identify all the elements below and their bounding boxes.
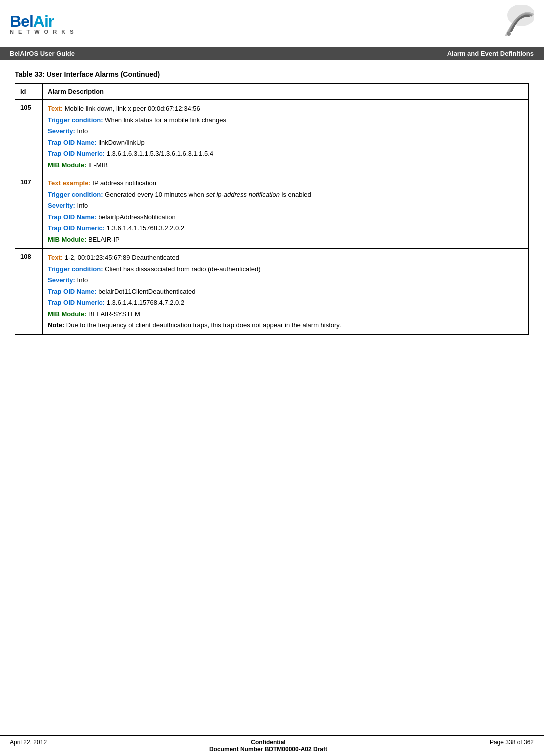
entry-label: Text: [48,254,63,261]
entry-label: Trigger condition: [48,191,104,198]
table-row: 108Text: 1-2, 00:01:23:45:67:89 Deauthen… [16,249,529,335]
col-header-desc: Alarm Description [43,84,529,100]
entry-line: Text: 1-2, 00:01:23:45:67:89 Deauthentic… [48,253,524,263]
entry-text: 1.3.6.1.4.1.15768.3.2.2.0.2 [105,224,184,232]
entry-label: Trigger condition: [48,116,104,124]
entry-line: Trap OID Name: linkDown/linkUp [48,138,524,148]
entry-text: linkDown/linkUp [97,139,145,146]
entry-text: belairIpAddressNotification [97,213,176,221]
entry-text: Info [76,127,88,135]
row-id: 107 [16,174,43,249]
note-label: Note: [48,321,64,329]
entry-line: Trigger condition: Generated every 10 mi… [48,190,524,200]
entry-text: Generated every 10 minutes when [104,191,206,198]
logo-air: Air [34,12,54,30]
logo-networks: N E T W O R K S [10,29,76,35]
entry-label: MIB Module: [48,310,86,318]
logo-bel: Bel [10,12,34,30]
company-logo: BelAir [10,12,76,31]
entry-line: Trigger condition: Client has dissasocia… [48,264,524,274]
entry-line: MIB Module: BELAIR-IP [48,235,524,245]
svg-point-1 [507,32,511,36]
entry-label: Severity: [48,276,76,284]
entry-text: 1.3.6.1.6.3.1.1.5.3/1.3.6.1.6.3.1.1.5.4 [105,150,214,157]
entry-line: Trigger condition: When link status for … [48,115,524,125]
page-header: BelAir N E T W O R K S [0,0,544,47]
entry-line: Trap OID Name: belairIpAddressNotificati… [48,212,524,222]
entry-line: MIB Module: BELAIR-SYSTEM [48,309,524,319]
row-description: Text: Mobile link down, link x peer 00:0… [43,100,529,174]
row-description: Text: 1-2, 00:01:23:45:67:89 Deauthentic… [43,249,529,335]
table-row: 105Text: Mobile link down, link x peer 0… [16,100,529,174]
entry-line: Trap OID Numeric: 1.3.6.1.4.1.15768.4.7.… [48,298,524,308]
table-row: 107Text example: IP address notification… [16,174,529,249]
page-footer: April 22, 2012 Confidential Document Num… [0,735,544,756]
footer-right: Page 338 of 362 [490,739,534,753]
main-content: Table 33: User Interface Alarms (Continu… [0,60,544,365]
entry-label: Severity: [48,202,76,209]
entry-line: MIB Module: IF-MIB [48,160,524,170]
entry-line: Severity: Info [48,201,524,211]
footer-center: Confidential Document Number BDTM00000-A… [47,739,490,753]
entry-line: Trap OID Numeric: 1.3.6.1.4.1.15768.3.2.… [48,223,524,233]
logo-area: BelAir N E T W O R K S [10,12,76,35]
row-id: 105 [16,100,43,174]
entry-text2: is enabled [280,191,312,198]
entry-line: Text: Mobile link down, link x peer 00:0… [48,104,524,114]
entry-text: belairDot11ClientDeauthenticated [97,288,196,295]
entry-label: MIB Module: [48,236,86,243]
entry-line: Text example: IP address notification [48,178,524,188]
entry-label: Trap OID Name: [48,139,97,146]
entry-line: Severity: Info [48,126,524,136]
entry-text: Info [76,276,88,284]
entry-label: Trap OID Numeric: [48,150,105,157]
entry-label: Trap OID Numeric: [48,299,105,306]
entry-text: IF-MIB [86,161,108,169]
nav-left: BelAirOS User Guide [10,50,75,57]
entry-label: Trap OID Name: [48,288,97,295]
entry-line: Trap OID Numeric: 1.3.6.1.6.3.1.1.5.3/1.… [48,149,524,159]
entry-text: BELAIR-IP [86,236,120,243]
entry-line: Trap OID Name: belairDot11ClientDeauthen… [48,287,524,297]
header-logo-icon [494,5,534,42]
row-description: Text example: IP address notificationTri… [43,174,529,249]
nav-right: Alarm and Event Definitions [448,50,534,57]
entry-label: Text example: [48,179,91,187]
note-text: Due to the frequency of client deauthica… [64,321,341,329]
entry-text: Mobile link down, link x peer 00:0d:67:1… [63,105,200,112]
col-header-id: Id [16,84,43,100]
entry-label: Trap OID Name: [48,213,97,221]
footer-confidential: Confidential [47,739,490,746]
row-id: 108 [16,249,43,335]
entry-text: IP address notification [91,179,156,187]
entry-text: 1-2, 00:01:23:45:67:89 Deauthenticated [63,254,180,261]
table-header-row: Id Alarm Description [16,84,529,100]
entry-italic: set ip-address notification [206,191,280,198]
nav-bar: BelAirOS User Guide Alarm and Event Defi… [0,47,544,60]
entry-label: Trigger condition: [48,265,104,273]
entry-text: Info [76,202,88,209]
entry-label: Severity: [48,127,76,135]
footer-left: April 22, 2012 [10,739,47,753]
entry-text: 1.3.6.1.4.1.15768.4.7.2.0.2 [105,299,184,306]
alarm-table: Id Alarm Description 105Text: Mobile lin… [15,83,529,335]
entry-text: Client has dissasociated from radio (de-… [104,265,261,273]
table-title: Table 33: User Interface Alarms (Continu… [15,70,529,78]
entry-label: Text: [48,105,63,112]
entry-text: When link status for a mobile link chang… [104,116,226,124]
entry-label: MIB Module: [48,161,86,169]
entry-label: Trap OID Numeric: [48,224,105,232]
entry-line: Severity: Info [48,275,524,285]
footer-doc-number: Document Number BDTM00000-A02 Draft [47,746,490,753]
entry-line: Note: Due to the frequency of client dea… [48,320,524,330]
entry-text: BELAIR-SYSTEM [86,310,140,318]
